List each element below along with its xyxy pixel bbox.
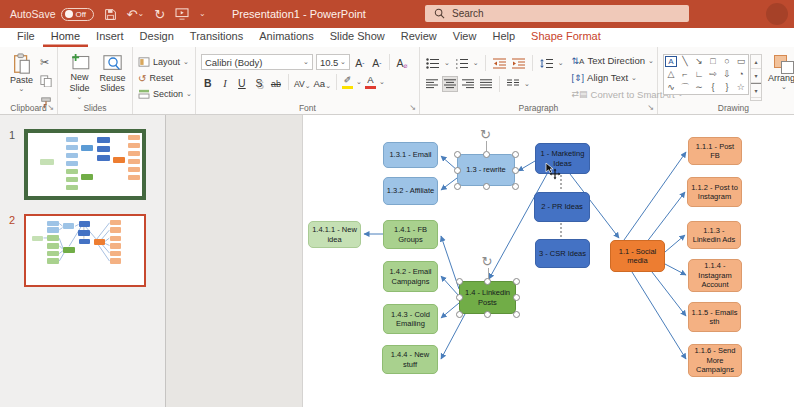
tab-view[interactable]: View — [445, 28, 485, 47]
mindmap-node-1.3[interactable]: 1.3 - rewrite — [457, 154, 515, 186]
clear-formatting-button[interactable]: A⌀ — [395, 55, 409, 70]
tab-slide-show[interactable]: Slide Show — [322, 28, 393, 47]
character-spacing-button[interactable]: AV⌄ — [294, 75, 311, 90]
grow-font-button[interactable]: Aˆ — [353, 55, 367, 70]
gallery-scroll-up-icon[interactable]: ▴ — [751, 55, 761, 69]
shape-option-icon[interactable]: △ — [664, 68, 678, 81]
mindmap-node-1.3.2[interactable]: 1.3.2 - Affiliate — [383, 177, 438, 205]
selection-handle[interactable] — [456, 294, 463, 301]
mindmap-node-1.1[interactable]: 1.1 - Social media — [610, 240, 665, 272]
shrink-font-button[interactable]: Aˇ — [370, 55, 384, 70]
columns-button[interactable] — [506, 77, 520, 91]
align-center-button[interactable] — [443, 77, 457, 91]
numbering-button[interactable] — [454, 56, 469, 70]
mindmap-node-1.4.2[interactable]: 1.4.2 - Email Campaigns — [383, 261, 438, 292]
underline-button[interactable]: U — [235, 75, 249, 90]
rotate-handle-icon[interactable]: ↻ — [482, 255, 493, 268]
mindmap-node-1.4.4[interactable]: 1.4.4 - New stuff — [382, 345, 438, 374]
selection-handle[interactable] — [513, 294, 520, 301]
mindmap-node-1.1.4[interactable]: 1.1.4 - Instagram Account — [688, 259, 742, 292]
text-shadow-button[interactable]: S — [252, 75, 266, 90]
bold-button[interactable]: B — [201, 75, 215, 90]
clipboard-dialog-launcher-icon[interactable]: ↘ — [47, 104, 54, 112]
shape-option-icon[interactable]: ◔ — [734, 68, 748, 81]
gallery-more-icon[interactable]: ▾ — [751, 83, 761, 98]
justify-button[interactable] — [479, 77, 493, 91]
selection-handle[interactable] — [484, 311, 491, 318]
font-color-button[interactable]: A — [365, 75, 376, 89]
text-highlight-button[interactable]: ✐ — [342, 76, 353, 89]
search-box[interactable]: Search — [425, 5, 689, 22]
paragraph-dialog-launcher-icon[interactable]: ↘ — [647, 104, 654, 112]
mindmap-node-1.1.3[interactable]: 1.1.3 - Linkedin Ads — [687, 221, 741, 249]
shape-option-icon[interactable]: ○ — [720, 55, 734, 68]
save-icon[interactable] — [104, 8, 117, 21]
tab-review[interactable]: Review — [393, 28, 445, 47]
selection-handle[interactable] — [454, 151, 461, 158]
tab-transitions[interactable]: Transitions — [182, 28, 251, 47]
cut-icon[interactable]: ✂ — [40, 56, 52, 69]
mindmap-node-1.4[interactable]: 1.4 - Linkedin Posts — [459, 281, 516, 314]
increase-indent-icon[interactable] — [511, 56, 526, 70]
font-dialog-launcher-icon[interactable]: ↘ — [409, 104, 416, 112]
slide-1-thumbnail[interactable] — [24, 129, 146, 200]
line-spacing-button[interactable] — [539, 56, 554, 70]
mindmap-node-1.1.5[interactable]: 1.1.5 - Emails sth — [688, 302, 741, 332]
start-slideshow-icon[interactable] — [175, 8, 189, 20]
selection-handle[interactable] — [512, 167, 519, 174]
decrease-indent-icon[interactable] — [492, 56, 507, 70]
shape-option-icon[interactable]: ╲ — [678, 55, 692, 68]
rotate-handle-icon[interactable]: ↻ — [480, 128, 491, 141]
gallery-scroll-down-icon[interactable]: ▾ — [751, 69, 761, 83]
shape-option-icon[interactable]: } — [720, 81, 734, 94]
shape-option-icon[interactable]: ∿ — [664, 81, 678, 94]
new-slide-button[interactable]: New Slide ⌄ — [63, 50, 96, 101]
align-right-button[interactable] — [461, 77, 475, 91]
mindmap-node-1.4.1[interactable]: 1.4.1 - FB Groups — [383, 220, 438, 249]
shape-option-icon[interactable]: A — [665, 56, 677, 67]
mindmap-node-1.1.6[interactable]: 1.1.6 - Send More Campaigns — [688, 344, 742, 377]
tab-home[interactable]: Home — [43, 28, 88, 47]
mindmap-node-2[interactable]: 2 - PR Ideas — [534, 192, 590, 222]
arrange-dropdown-icon[interactable]: ⌄ — [781, 83, 787, 91]
shape-option-icon[interactable]: ↘ — [692, 55, 706, 68]
paste-button[interactable]: Paste ⌄ — [5, 50, 38, 101]
section-button[interactable]: Section⌄ — [138, 87, 192, 101]
selection-handle[interactable] — [483, 151, 490, 158]
change-case-button[interactable]: Aa⌄ — [314, 75, 332, 90]
tab-animations[interactable]: Animations — [251, 28, 321, 47]
selection-handle[interactable] — [456, 311, 463, 318]
shape-option-icon[interactable]: ⌒ — [678, 81, 692, 94]
customize-qat-icon[interactable]: ⌄ — [199, 10, 206, 18]
selection-handle[interactable] — [454, 183, 461, 190]
font-size-combo[interactable]: 10.5⌄ — [316, 54, 350, 70]
tab-help[interactable]: Help — [484, 28, 523, 47]
shape-option-icon[interactable]: ∼ — [692, 81, 706, 94]
font-family-combo[interactable]: Calibri (Body)⌄ — [201, 54, 313, 70]
layout-button[interactable]: Layout⌄ — [138, 55, 192, 69]
shape-option-icon[interactable]: { — [706, 81, 720, 94]
mindmap-node-3[interactable]: 3 - CSR Ideas — [535, 239, 590, 268]
copy-icon[interactable] — [40, 73, 52, 91]
mindmap-node-1.1.1[interactable]: 1.1.1 - Post FB — [688, 137, 742, 165]
italic-button[interactable]: I — [218, 75, 232, 90]
reuse-slides-button[interactable]: Reuse Slides — [96, 50, 129, 101]
mindmap-node-1.3.1[interactable]: 1.3.1 - Email — [383, 142, 438, 168]
selection-handle[interactable] — [513, 278, 520, 285]
undo-icon[interactable]: ↶⌄ — [127, 8, 145, 21]
selection-handle[interactable] — [483, 183, 490, 190]
account-avatar[interactable] — [766, 3, 788, 25]
autosave-toggle[interactable]: AutoSave Off — [10, 8, 94, 21]
selection-handle[interactable] — [513, 311, 520, 318]
mindmap-node-1.1.2[interactable]: 1.1.2 - Post to Instagram — [687, 177, 742, 207]
shape-option-icon[interactable]: ∟ — [692, 68, 706, 81]
reset-button[interactable]: ↺ Reset — [138, 71, 192, 85]
shape-option-icon[interactable]: ☆ — [734, 81, 748, 94]
bullets-button[interactable] — [425, 56, 440, 70]
shape-option-icon[interactable]: ▭ — [734, 55, 748, 68]
shape-option-icon[interactable]: □ — [706, 55, 720, 68]
selection-handle[interactable] — [456, 278, 463, 285]
tab-file[interactable]: File — [9, 28, 43, 47]
shape-option-icon[interactable]: ⇨ — [706, 68, 720, 81]
shape-option-icon[interactable]: ⇩ — [720, 68, 734, 81]
